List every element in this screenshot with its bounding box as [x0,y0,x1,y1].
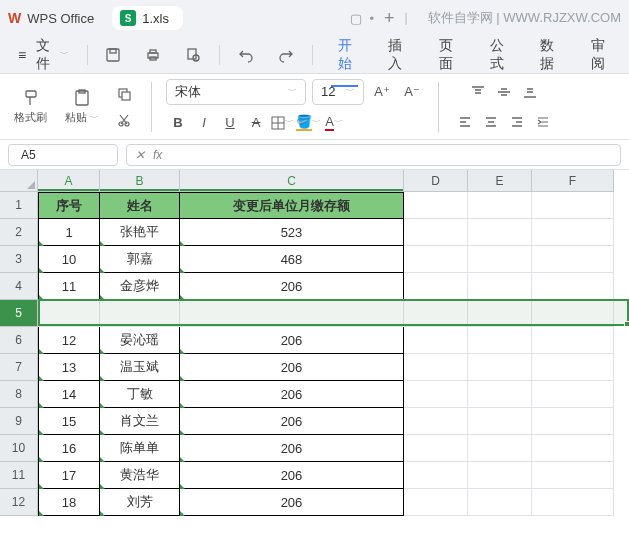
column-header-F[interactable]: F [532,170,614,192]
align-top-button[interactable] [466,80,490,104]
cell[interactable]: 206 [180,435,404,462]
cell-grid[interactable]: 序号姓名变更后单位月缴存额1张艳平52310郭嘉46811金彦烨20612晏沁瑶… [38,192,629,516]
paste-button[interactable]: 粘贴 ﹀ [59,84,105,129]
redo-button[interactable] [268,41,304,69]
row-header-5[interactable]: 5 [0,300,38,327]
cell[interactable] [532,273,614,300]
copy-button[interactable] [111,83,137,105]
cell[interactable]: 陈单单 [100,435,180,462]
cell[interactable] [180,300,404,327]
cell[interactable]: 18 [38,489,100,516]
cell[interactable] [532,192,614,219]
cut-button[interactable] [111,109,137,131]
cell[interactable] [468,408,532,435]
cell[interactable]: 206 [180,489,404,516]
cell[interactable] [468,192,532,219]
cell[interactable]: 变更后单位月缴存额 [180,192,404,219]
cell[interactable] [532,381,614,408]
cell[interactable] [404,435,468,462]
cell[interactable] [468,381,532,408]
cell[interactable] [468,327,532,354]
cell[interactable] [404,408,468,435]
italic-button[interactable]: I [192,111,216,135]
cell[interactable]: 张艳平 [100,219,180,246]
formula-input[interactable]: ✕ fx [126,144,621,166]
cell[interactable]: 17 [38,462,100,489]
row-header-4[interactable]: 4 [0,273,38,300]
cell[interactable] [404,354,468,381]
cell-reference-box[interactable]: A5 [8,144,118,166]
cell[interactable]: 1 [38,219,100,246]
row-header-3[interactable]: 3 [0,246,38,273]
cell[interactable]: 523 [180,219,404,246]
cell[interactable]: 金彦烨 [100,273,180,300]
underline-button[interactable]: U [218,111,242,135]
tab-data[interactable]: 数据 [524,31,571,79]
cell[interactable] [100,300,180,327]
cell[interactable]: 206 [180,273,404,300]
new-tab-button[interactable]: + [384,8,395,29]
cell[interactable] [404,489,468,516]
cell[interactable] [468,246,532,273]
cell[interactable] [532,354,614,381]
cell[interactable]: 16 [38,435,100,462]
cell[interactable] [532,300,614,327]
document-tab[interactable]: S 1.xls [112,6,183,30]
strike-button[interactable]: A [244,111,268,135]
cell[interactable]: 序号 [38,192,100,219]
cell[interactable]: 14 [38,381,100,408]
cell[interactable]: 刘芳 [100,489,180,516]
row-header-8[interactable]: 8 [0,381,38,408]
cell[interactable]: 11 [38,273,100,300]
tab-overflow-icon[interactable]: ▢ • [350,11,374,26]
format-painter-button[interactable]: 格式刷 [8,84,53,129]
row-header-12[interactable]: 12 [0,489,38,516]
cell[interactable] [404,381,468,408]
undo-button[interactable] [228,41,264,69]
cell[interactable]: 郭嘉 [100,246,180,273]
row-header-6[interactable]: 6 [0,327,38,354]
cell[interactable] [404,246,468,273]
cell[interactable] [404,273,468,300]
spreadsheet-grid[interactable]: ABCDEF 123456789101112 序号姓名变更后单位月缴存额1张艳平… [0,170,629,551]
column-header-A[interactable]: A [38,170,100,192]
align-bottom-button[interactable] [518,80,542,104]
decrease-font-button[interactable]: A⁻ [400,80,424,104]
tab-start[interactable]: 开始 [321,31,368,79]
cell[interactable] [468,435,532,462]
align-middle-button[interactable] [492,80,516,104]
cell[interactable] [468,219,532,246]
font-name-select[interactable]: 宋体﹀ [166,79,306,105]
row-header-10[interactable]: 10 [0,435,38,462]
cell[interactable] [404,327,468,354]
column-header-C[interactable]: C [180,170,404,192]
increase-font-button[interactable]: A⁺ [370,80,394,104]
cell[interactable] [468,489,532,516]
cell[interactable] [404,300,468,327]
row-header-7[interactable]: 7 [0,354,38,381]
cell[interactable]: 10 [38,246,100,273]
tab-formula[interactable]: 公式 [473,31,520,79]
row-header-9[interactable]: 9 [0,408,38,435]
save-button[interactable] [95,41,131,69]
cell[interactable]: 206 [180,327,404,354]
row-header-11[interactable]: 11 [0,462,38,489]
column-header-B[interactable]: B [100,170,180,192]
cell[interactable] [532,327,614,354]
cell[interactable]: 丁敏 [100,381,180,408]
cell[interactable]: 晏沁瑶 [100,327,180,354]
cell[interactable] [404,219,468,246]
cell[interactable]: 206 [180,408,404,435]
cell[interactable]: 12 [38,327,100,354]
row-header-2[interactable]: 2 [0,219,38,246]
cell[interactable] [468,300,532,327]
tab-insert[interactable]: 插入 [372,31,419,79]
cell[interactable] [468,354,532,381]
align-right-button[interactable] [505,110,529,134]
cell[interactable]: 13 [38,354,100,381]
cell[interactable] [532,219,614,246]
cell[interactable]: 姓名 [100,192,180,219]
fill-color-button[interactable]: 🪣﹀ [296,111,320,135]
cell[interactable] [468,273,532,300]
print-preview-button[interactable] [175,41,211,69]
